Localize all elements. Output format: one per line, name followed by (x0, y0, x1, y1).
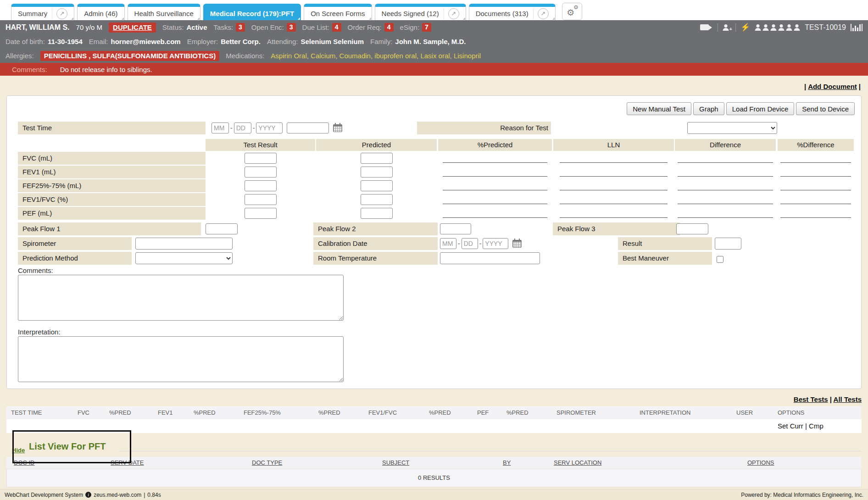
cmp-link[interactable]: Cmp (809, 422, 823, 430)
send-to-device-button[interactable]: Send to Device (796, 102, 855, 115)
order-req-badge[interactable]: 4 (384, 23, 394, 32)
graph-button[interactable]: Graph (693, 102, 724, 115)
lightning-icon[interactable]: ⚡ (740, 23, 750, 31)
bar-chart-icon[interactable] (851, 24, 862, 31)
medication-link[interactable]: ibuprofen oral (371, 52, 417, 60)
test-time-year-input[interactable] (256, 122, 283, 133)
col-test-result: Test Result (206, 139, 315, 151)
fev1-difference-line (678, 176, 773, 177)
th-doc-type[interactable]: DOC TYPE (252, 457, 282, 469)
peak-flow-2-input[interactable] (440, 223, 471, 234)
col-lln: LLN (553, 139, 674, 151)
due-list-badge[interactable]: 4 (332, 23, 341, 32)
add-document-link[interactable]: Add Document (808, 83, 857, 90)
divider (735, 23, 736, 32)
medication-link[interactable]: Aspirin Oral (271, 52, 306, 60)
dob-value: 11-30-1954 (48, 38, 83, 45)
video-camera-icon[interactable] (700, 24, 709, 30)
best-maneuver-checkbox[interactable] (717, 256, 723, 263)
peak-flow-3-input[interactable] (676, 223, 708, 234)
form-comments-textarea[interactable] (18, 275, 344, 321)
allergies-badge[interactable]: PENICILLINS , SULFA(SULFONAMIDE ANTIBIOT… (40, 51, 219, 61)
email-label: Email: (89, 38, 108, 45)
fev1-fvc-pct-predicted-line (443, 204, 547, 204)
medication-link[interactable]: Lasix oral (417, 52, 450, 60)
fvc-test-result-input[interactable] (245, 153, 277, 164)
settings-button[interactable]: ⚙ ⚙ (562, 3, 582, 20)
fev1-fvc-test-result-input[interactable] (245, 194, 277, 205)
people-icons[interactable] (755, 24, 800, 31)
best-tests-link[interactable]: Best Tests (794, 395, 828, 403)
pef-predicted-input[interactable] (361, 208, 393, 219)
popout-icon[interactable]: ↗ (56, 8, 67, 19)
tab-bar: Summary ↗ Admin (46) Health Surveillance… (0, 0, 868, 20)
fev1-pct-difference-line (780, 176, 851, 177)
all-tests-link[interactable]: All Tests (834, 395, 862, 403)
result-input[interactable] (715, 238, 741, 250)
medication-link[interactable]: Coumadin (335, 52, 371, 60)
esign-badge[interactable]: 7 (422, 23, 431, 32)
tab-admin[interactable]: Admin (46) (77, 4, 124, 20)
peak-flow-1-label: Peak Flow 1 (18, 222, 201, 235)
calibration-day-input[interactable] (462, 238, 478, 249)
calendar-icon[interactable] (512, 240, 522, 248)
medication-link[interactable]: Calcium (307, 52, 336, 60)
pft-form-panel: New Manual Test Graph Load From Device S… (6, 95, 862, 389)
tasks-badge[interactable]: 3 (236, 23, 245, 32)
open-enc-badge[interactable]: 3 (287, 23, 296, 32)
test-time-month-input[interactable] (211, 122, 229, 133)
fvc-predicted-input[interactable] (361, 153, 393, 164)
tab-health-surveillance[interactable]: Health Surveillance (128, 4, 200, 20)
th-doc-options[interactable]: OPTIONS (747, 457, 774, 469)
calibration-year-input[interactable] (483, 238, 508, 249)
plus-icon: + (729, 26, 732, 32)
fef-predicted-input[interactable] (361, 180, 393, 191)
date-separator: - (230, 124, 233, 132)
test-time-day-input[interactable] (234, 122, 251, 133)
popout-icon[interactable]: ↗ (448, 8, 459, 19)
prediction-method-select[interactable] (135, 252, 233, 264)
tab-summary[interactable]: Summary ↗ (11, 4, 74, 20)
reason-for-test-select[interactable] (687, 122, 777, 134)
gear-icon: ⚙ (573, 5, 579, 10)
pipe: | (859, 83, 861, 90)
add-person-icon[interactable]: + (723, 24, 729, 31)
email-value[interactable]: horner@mieweb.com (111, 38, 180, 45)
room-temperature-input[interactable] (440, 252, 540, 264)
spirometer-input[interactable] (135, 238, 233, 250)
fev1-predicted-input[interactable] (361, 167, 393, 178)
banner-row-3: Allergies: PENICILLINS , SULFA(SULFONAMI… (0, 49, 868, 63)
fef-test-result-input[interactable] (245, 180, 277, 191)
info-icon[interactable]: i (85, 492, 91, 498)
interpretation-textarea[interactable] (18, 336, 344, 382)
comments-alert-bar: Comments: Do not release info to sibling… (0, 63, 868, 76)
reason-for-test-label: Reason for Test (417, 122, 551, 134)
th-serv-location[interactable]: SERV LOCATION (554, 457, 601, 469)
new-manual-test-button[interactable]: New Manual Test (627, 102, 691, 115)
th-by[interactable]: BY (503, 457, 511, 469)
test-time-label: Test Time (18, 122, 206, 134)
load-from-device-button[interactable]: Load From Device (726, 102, 795, 115)
pef-test-result-input[interactable] (245, 208, 277, 219)
calendar-icon[interactable] (333, 124, 342, 132)
calibration-month-input[interactable] (440, 238, 456, 249)
tab-documents[interactable]: Documents (313) ↗ (469, 4, 556, 20)
tab-needs-signed[interactable]: Needs Signed (12) ↗ (375, 4, 466, 20)
due-list-label: Due List: (302, 23, 329, 31)
set-curr-link[interactable]: Set Curr (778, 422, 803, 430)
test-time-time-input[interactable] (287, 122, 329, 133)
tab-label: Admin (46) (84, 10, 117, 17)
tab-medical-record[interactable]: Medical Record (179):PFT (203, 4, 301, 20)
fev1-fvc-predicted-input[interactable] (361, 194, 393, 205)
tab-on-screen-forms[interactable]: On Screen Forms (304, 4, 372, 20)
col-pct-difference: %Difference (778, 139, 854, 151)
fev1-test-result-input[interactable] (245, 167, 277, 178)
popout-icon[interactable]: ↗ (538, 8, 549, 19)
th-pct-pred-4: %PRED (429, 406, 451, 419)
medication-link[interactable]: Lisinopril (450, 52, 481, 60)
th-subject[interactable]: SUBJECT (382, 457, 409, 469)
peak-flow-1-input[interactable] (206, 223, 238, 234)
row-label-fvc: FVC (mL) (18, 152, 206, 165)
person-icon (762, 24, 769, 31)
duplicate-badge[interactable]: DUPLICATE (109, 22, 156, 33)
